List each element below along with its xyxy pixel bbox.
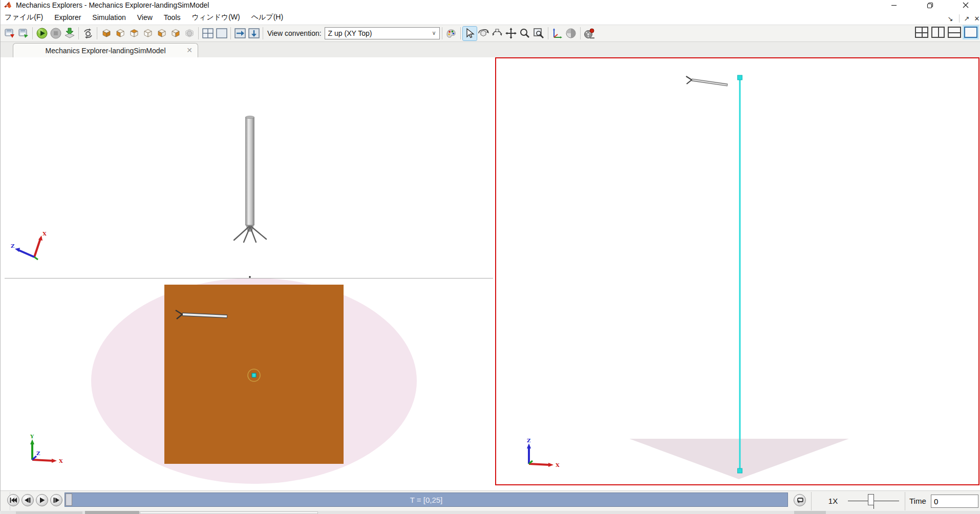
svg-text:Z: Z (11, 243, 14, 249)
svg-text:X: X (59, 458, 63, 464)
play-button[interactable] (36, 494, 48, 506)
divider (198, 27, 199, 39)
dock-right-icon[interactable] (233, 27, 247, 40)
undock-panel-icon[interactable]: ↗ (961, 13, 972, 24)
viewport-area: X Z (1, 57, 980, 490)
axes-triad-front: X Z (11, 231, 47, 260)
svg-text:X: X (556, 462, 560, 468)
tab-mechanics-explorer[interactable]: Mechanics Explorer-landingSimModel ✕ (13, 43, 198, 57)
divider (230, 27, 231, 39)
trajectory-line (738, 75, 742, 473)
view-cube-back-icon[interactable] (141, 27, 155, 40)
tile-quad-icon[interactable] (915, 27, 928, 38)
record-video-icon[interactable] (583, 27, 596, 40)
divider (442, 27, 442, 39)
layout-grid-icon[interactable] (201, 27, 215, 40)
tile-layout-group (915, 27, 977, 38)
menu-bar: ファイル(F) Explorer Simulation View Tools ウ… (1, 10, 980, 25)
view-convention-label: View convention: (267, 29, 322, 37)
orbit-icon[interactable] (477, 27, 491, 40)
menu-file[interactable]: ファイル(F) (1, 11, 49, 24)
svg-text:X: X (42, 231, 47, 237)
menu-help[interactable]: ヘルプ(H) (246, 11, 289, 24)
tile-single-icon[interactable] (964, 27, 977, 38)
close-button[interactable] (957, 0, 974, 10)
step-forward-button[interactable] (50, 494, 62, 506)
window-title: Mechanics Explorers - Mechanics Explorer… (16, 1, 209, 10)
view-cube-right-icon[interactable] (168, 27, 182, 40)
view-cube-top-icon[interactable] (127, 27, 141, 40)
close-panel-icon[interactable]: ✕ (971, 13, 980, 24)
divider (32, 27, 33, 39)
view-cube-isometric-icon[interactable] (99, 27, 113, 40)
step-back-button[interactable] (22, 494, 34, 506)
tile-two-horizontal-icon[interactable] (948, 27, 961, 38)
view-sphere-icon[interactable] (182, 27, 196, 40)
layout-single-icon[interactable] (215, 27, 228, 40)
menu-window[interactable]: ウィンドウ(W) (186, 11, 246, 24)
menu-explorer[interactable]: Explorer (49, 11, 87, 24)
frame-axes-icon[interactable] (550, 27, 564, 40)
time-label: Time (909, 491, 926, 511)
divider (78, 27, 79, 39)
speed-label: 1X (824, 491, 842, 511)
main-toolbar: View convention: Z up (XY Top) ∨ (1, 25, 980, 42)
svg-text:Z: Z (36, 451, 40, 456)
matlab-logo-icon (4, 1, 12, 9)
menu-view[interactable]: View (132, 11, 158, 24)
svg-text:Y: Y (30, 434, 34, 439)
loop-button[interactable] (794, 494, 806, 506)
refresh-view-icon[interactable] (81, 27, 95, 40)
pan-icon[interactable] (504, 27, 518, 40)
viewport-front[interactable]: X Z (1, 57, 495, 278)
zoom-region-icon[interactable] (532, 27, 546, 40)
divider (959, 14, 960, 23)
appearance-palette-icon[interactable] (444, 27, 458, 40)
time-slider[interactable]: T = [0,25] (65, 492, 788, 507)
time-input[interactable] (931, 495, 978, 508)
roll-icon[interactable] (491, 27, 504, 40)
tab-bar: Mechanics Explorer-landingSimModel ✕ (1, 42, 980, 57)
viewport-top[interactable]: Y X Z (1, 279, 495, 490)
view-cube-front-icon[interactable] (113, 27, 127, 40)
view-convention-dropdown[interactable]: Z up (XY Top) ∨ (325, 27, 440, 39)
select-cursor-icon[interactable] (463, 27, 477, 40)
lander-rocket (234, 116, 266, 242)
divider (905, 492, 905, 510)
divider (548, 27, 548, 39)
background-window-strip (1, 511, 980, 514)
divider (460, 27, 461, 39)
title-bar: Mechanics Explorers - Mechanics Explorer… (1, 0, 980, 10)
zoom-icon[interactable] (518, 27, 532, 40)
update-visualization-icon[interactable] (62, 27, 76, 40)
chevron-down-icon: ∨ (432, 30, 436, 36)
divider (811, 492, 812, 510)
menu-tools[interactable]: Tools (158, 11, 186, 24)
speed-slider-thumb[interactable] (868, 494, 874, 505)
mechanics-explorer-window: Mechanics Explorers - Mechanics Explorer… (0, 0, 980, 511)
restore-button[interactable] (921, 0, 939, 10)
tab-label: Mechanics Explorer-landingSimModel (46, 47, 166, 55)
view-cube-left-icon[interactable] (155, 27, 168, 40)
divider (580, 27, 581, 39)
dock-down-icon[interactable] (247, 27, 261, 40)
divider (263, 27, 263, 39)
lander-side-view (686, 76, 728, 85)
tab-close-icon[interactable]: ✕ (186, 46, 193, 54)
viewport-side-selected[interactable]: Z X (495, 57, 979, 485)
save-figure-icon[interactable] (3, 27, 16, 40)
playback-bar: T = [0,25] 1X Time (1, 490, 980, 511)
time-range-label: T = [0,25] (65, 493, 787, 506)
divider (97, 27, 97, 39)
save-figure-as-icon[interactable] (16, 27, 30, 40)
tile-two-vertical-icon[interactable] (931, 27, 945, 38)
go-to-start-button[interactable] (7, 494, 19, 506)
stop-icon[interactable] (49, 27, 62, 40)
play-icon[interactable] (35, 27, 49, 40)
menu-simulation[interactable]: Simulation (87, 11, 131, 24)
minimize-button[interactable] (885, 0, 903, 10)
axes-triad-side: Z X (527, 438, 560, 468)
dock-panel-icon[interactable]: ↘ (945, 13, 956, 24)
svg-text:Z: Z (527, 438, 530, 443)
global-view-icon[interactable] (564, 27, 578, 40)
